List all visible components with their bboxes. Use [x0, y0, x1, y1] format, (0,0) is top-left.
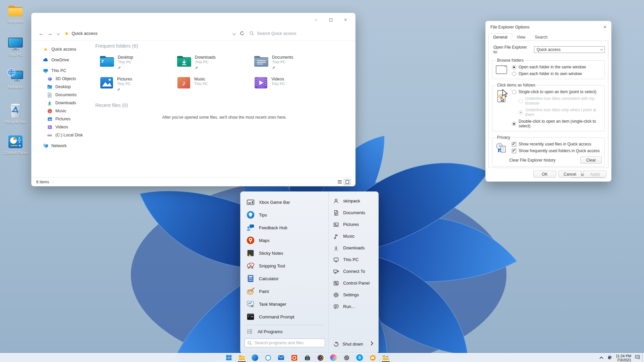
- radio-double-click[interactable]: Double-click to open an item (single-cli…: [512, 119, 602, 128]
- refresh-icon[interactable]: [239, 31, 245, 36]
- taskbar-clock[interactable]: 11:24 PM 7/3/2021: [616, 354, 631, 362]
- tab-general[interactable]: General: [488, 33, 512, 41]
- start-place-skinpack[interactable]: skinpack: [331, 195, 376, 207]
- folder-tile-music[interactable]: ♪ MusicThis PC: [176, 76, 251, 95]
- clear-button[interactable]: Clear: [580, 157, 602, 164]
- start-button[interactable]: [225, 354, 232, 361]
- radio-underline-point[interactable]: Underline icon titles only when I point …: [519, 108, 602, 117]
- start-app-feedback-hub[interactable]: Feedback Hub: [243, 221, 326, 234]
- taskbar-file-explorer-icon[interactable]: [238, 354, 245, 361]
- radio-single-click[interactable]: Single-click to open an item (point to s…: [512, 89, 602, 94]
- start-search-input[interactable]: [255, 341, 322, 345]
- taskbar-office-icon[interactable]: [291, 354, 298, 361]
- desktop-icon-skinpack[interactable]: skinpack: [3, 4, 28, 24]
- start-app-snipping-tool[interactable]: Snipping Tool: [243, 259, 326, 272]
- tray-app-cube-icon[interactable]: [607, 355, 612, 361]
- close-button[interactable]: ×: [340, 16, 351, 24]
- taskbar-settings-icon[interactable]: [343, 354, 350, 361]
- forward-arrow-icon[interactable]: →: [46, 31, 54, 37]
- start-place-documents[interactable]: Documents: [331, 207, 376, 219]
- open-to-dropdown[interactable]: Quick access: [534, 46, 605, 53]
- explorer-titlebar[interactable]: − ×: [32, 13, 355, 26]
- start-place-connect-to[interactable]: Connect To: [331, 265, 376, 277]
- radio-button[interactable]: [512, 72, 516, 76]
- large-icons-view-button[interactable]: [344, 179, 351, 185]
- search-box[interactable]: [249, 31, 350, 36]
- start-app-xbox-game-bar[interactable]: Xbox Game Bar: [243, 196, 326, 208]
- taskbar-weather-icon[interactable]: [369, 354, 376, 361]
- details-view-button[interactable]: [336, 179, 343, 185]
- folder-tile-downloads[interactable]: DownloadsThis PC: [176, 55, 251, 73]
- recent-locations-chevron-icon[interactable]: [54, 31, 61, 37]
- start-app-calculator[interactable]: Calculator: [243, 272, 326, 285]
- tab-view[interactable]: View: [512, 33, 530, 41]
- folder-tile-pictures[interactable]: PicturesThis PC: [99, 76, 174, 95]
- folder-tile-desktop[interactable]: DesktopThis PC: [99, 55, 174, 73]
- folder-tile-documents[interactable]: DocumentsThis PC: [254, 55, 328, 73]
- sidebar-item-this-pc[interactable]: This PC: [32, 67, 94, 75]
- taskbar-skype-icon[interactable]: S: [356, 354, 363, 361]
- taskbar-tasks-folder-icon[interactable]: [382, 354, 389, 361]
- sidebar-item-3d-objects[interactable]: 3D Objects: [32, 75, 94, 83]
- search-input[interactable]: [257, 31, 341, 36]
- desktop-icon-control-panel[interactable]: Control Panel: [3, 135, 28, 155]
- apply-button[interactable]: Apply: [584, 171, 606, 178]
- start-place-this-pc[interactable]: This PC: [331, 254, 376, 265]
- taskbar-cortana-icon[interactable]: [265, 354, 271, 361]
- start-app-paint[interactable]: Paint: [243, 285, 326, 298]
- start-app-command-prompt[interactable]: C:\Command Prompt: [243, 310, 326, 323]
- cancel-button[interactable]: Cancel: [558, 171, 581, 178]
- tab-search[interactable]: Search: [530, 33, 552, 41]
- sidebar-item-desktop[interactable]: Desktop: [32, 83, 94, 91]
- checkbox[interactable]: [512, 149, 516, 153]
- sidebar-item-videos[interactable]: Videos: [32, 123, 94, 131]
- minimize-button[interactable]: −: [311, 16, 321, 24]
- chevron-right-icon[interactable]: [371, 341, 373, 347]
- start-app-task-manager[interactable]: Task Manager: [243, 298, 326, 310]
- taskbar-store-icon[interactable]: [304, 354, 311, 361]
- close-icon[interactable]: ×: [603, 24, 606, 30]
- address-bar[interactable]: Quick access: [71, 31, 97, 36]
- start-search-box[interactable]: [245, 339, 325, 347]
- start-app-tips[interactable]: Tips: [243, 208, 326, 221]
- sidebar-item-pictures[interactable]: Pictures: [32, 115, 94, 123]
- checkbox-frequent-folders[interactable]: Show frequently used folders in Quick ac…: [512, 148, 600, 153]
- start-app-sticky-notes[interactable]: Sticky Notes: [243, 247, 326, 259]
- desktop-icon-this-pc[interactable]: This PC: [3, 37, 28, 57]
- address-dropdown-chevron-icon[interactable]: [232, 31, 235, 37]
- radio-button[interactable]: [512, 122, 516, 126]
- action-center-icon[interactable]: [635, 354, 641, 361]
- start-all-programs[interactable]: All Programs: [243, 326, 326, 337]
- sidebar-item-music[interactable]: ♪Music: [32, 107, 94, 115]
- sidebar-item-local-disk-c[interactable]: (C:) Local Disk: [32, 131, 94, 139]
- sidebar-item-network[interactable]: Network: [32, 142, 94, 150]
- maximize-button[interactable]: [326, 16, 336, 24]
- dialog-titlebar[interactable]: File Explorer Options ×: [486, 21, 611, 31]
- hidden-icons-chevron-icon[interactable]: [599, 355, 604, 361]
- sidebar-item-documents[interactable]: Documents: [32, 91, 94, 99]
- taskbar-photos-icon[interactable]: [330, 354, 337, 361]
- shutdown-button[interactable]: Shut down: [331, 341, 376, 349]
- start-place-pictures[interactable]: Pictures: [331, 219, 376, 230]
- ok-button[interactable]: OK: [533, 171, 556, 178]
- desktop-icon-network[interactable]: Network: [3, 68, 28, 89]
- taskbar-mail-icon[interactable]: [278, 354, 284, 361]
- radio-same-window[interactable]: Open each folder in the same window: [512, 65, 586, 69]
- back-arrow-icon[interactable]: ←: [37, 31, 46, 37]
- radio-underline-browser[interactable]: Underline icon titles consistent with my…: [519, 96, 602, 106]
- sidebar-item-quick-access[interactable]: ★Quick access: [32, 45, 94, 53]
- sidebar-item-onedrive[interactable]: OneDrive: [32, 56, 94, 64]
- radio-own-window[interactable]: Open each folder in its own window: [512, 71, 586, 76]
- taskbar-media-player-icon[interactable]: [317, 354, 324, 361]
- taskbar-edge-icon[interactable]: [252, 354, 258, 361]
- start-place-run[interactable]: Run...: [331, 301, 376, 312]
- start-app-maps[interactable]: Maps: [243, 234, 326, 247]
- start-place-settings[interactable]: Settings: [331, 289, 376, 301]
- sidebar-item-downloads[interactable]: Downloads: [32, 99, 94, 107]
- start-place-control-panel[interactable]: Control Panel: [331, 277, 376, 289]
- desktop-icon-recycle-bin[interactable]: Recycle Bin: [3, 103, 28, 124]
- start-place-downloads[interactable]: Downloads: [331, 242, 376, 254]
- folder-tile-videos[interactable]: VideosThis PC: [254, 76, 328, 95]
- radio-button[interactable]: [512, 90, 516, 94]
- start-place-music[interactable]: Music: [331, 230, 376, 242]
